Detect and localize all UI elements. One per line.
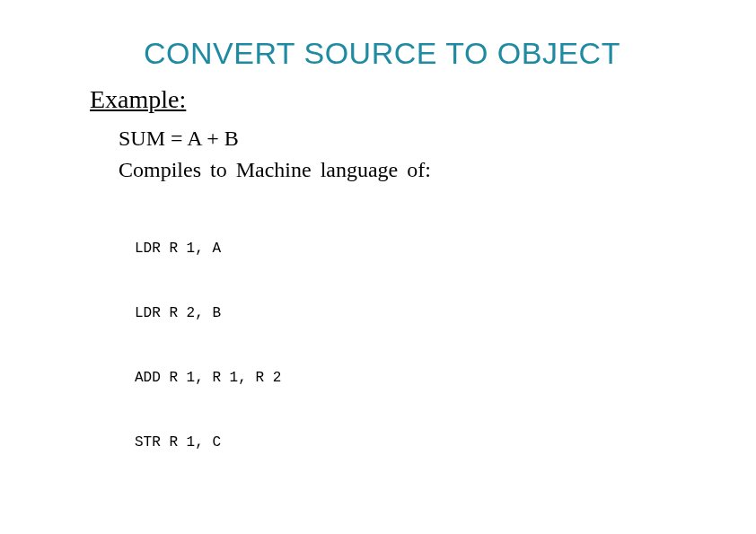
code-line: LDR R 2, B [135,302,702,324]
code-line: LDR R 1, A [135,238,702,259]
slide: CONVERT SOURCE TO OBJECT Example: SUM = … [0,0,756,534]
slide-title: CONVERT SOURCE TO OBJECT [144,36,702,71]
equation-text: SUM = A + B [119,127,702,151]
code-block: LDR R 1, A LDR R 2, B ADD R 1, R 1, R 2 … [135,195,702,496]
code-line: ADD R 1, R 1, R 2 [135,367,702,389]
code-line: STR R 1, C [135,432,702,453]
compiles-text: Compiles to Machine language of: [119,158,702,182]
example-label: Example: [90,85,702,114]
